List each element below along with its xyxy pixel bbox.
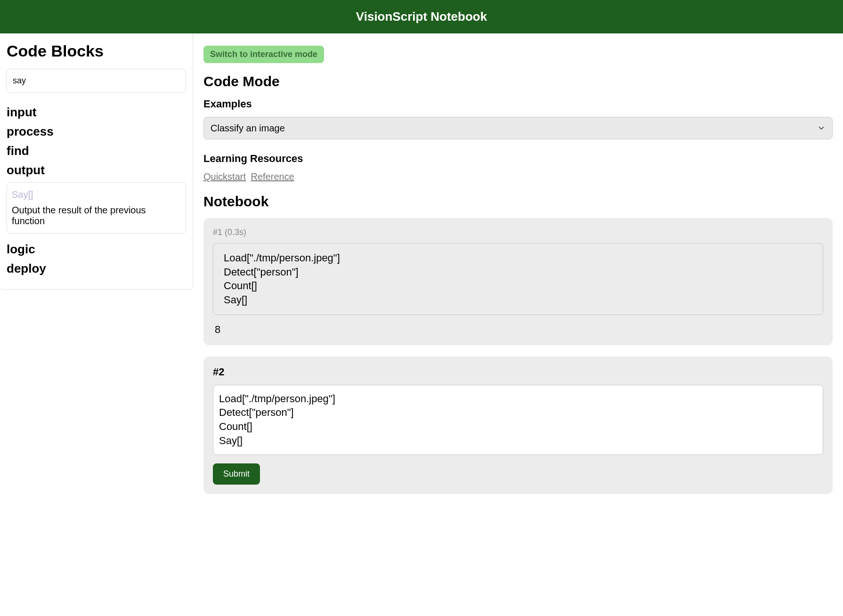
block-name: Say[]	[12, 189, 181, 200]
sidebar: Code Blocks input process find output Sa…	[0, 33, 193, 290]
block-description: Output the result of the previous functi…	[12, 205, 181, 227]
app-title: VisionScript Notebook	[356, 9, 487, 24]
quickstart-link[interactable]: Quickstart	[203, 171, 246, 182]
examples-select[interactable]: Classify an image	[203, 117, 833, 139]
resources-title: Learning Resources	[203, 153, 833, 165]
search-input[interactable]	[7, 69, 186, 93]
container: Code Blocks input process find output Sa…	[0, 33, 843, 616]
category-process[interactable]: process	[7, 124, 186, 139]
reference-link[interactable]: Reference	[251, 171, 294, 182]
category-deploy[interactable]: deploy	[7, 261, 186, 276]
category-output[interactable]: output	[7, 163, 186, 178]
category-input[interactable]: input	[7, 105, 186, 120]
block-card-say[interactable]: Say[] Output the result of the previous …	[7, 182, 186, 234]
cell-title: #2	[213, 366, 823, 378]
resources-links: Quickstart Reference	[203, 171, 833, 182]
mode-title: Code Mode	[203, 73, 833, 89]
code-textarea[interactable]	[213, 385, 823, 455]
code-display[interactable]: Load["./tmp/person.jpeg"] Detect["person…	[213, 243, 823, 315]
cell-meta: #1 (0.3s)	[213, 227, 823, 237]
notebook-cell-1: #1 (0.3s) Load["./tmp/person.jpeg"] Dete…	[203, 218, 833, 345]
switch-mode-button[interactable]: Switch to interactive mode	[203, 46, 324, 63]
cell-output: 8	[213, 324, 823, 336]
sidebar-title: Code Blocks	[7, 42, 186, 60]
examples-title: Examples	[203, 98, 833, 110]
notebook-cell-2: #2 Submit	[203, 357, 833, 494]
main-content: Switch to interactive mode Code Mode Exa…	[193, 33, 843, 616]
category-logic[interactable]: logic	[7, 242, 186, 257]
notebook-title: Notebook	[203, 194, 833, 210]
submit-button[interactable]: Submit	[213, 463, 260, 485]
category-find[interactable]: find	[7, 144, 186, 158]
header: VisionScript Notebook	[0, 0, 843, 33]
